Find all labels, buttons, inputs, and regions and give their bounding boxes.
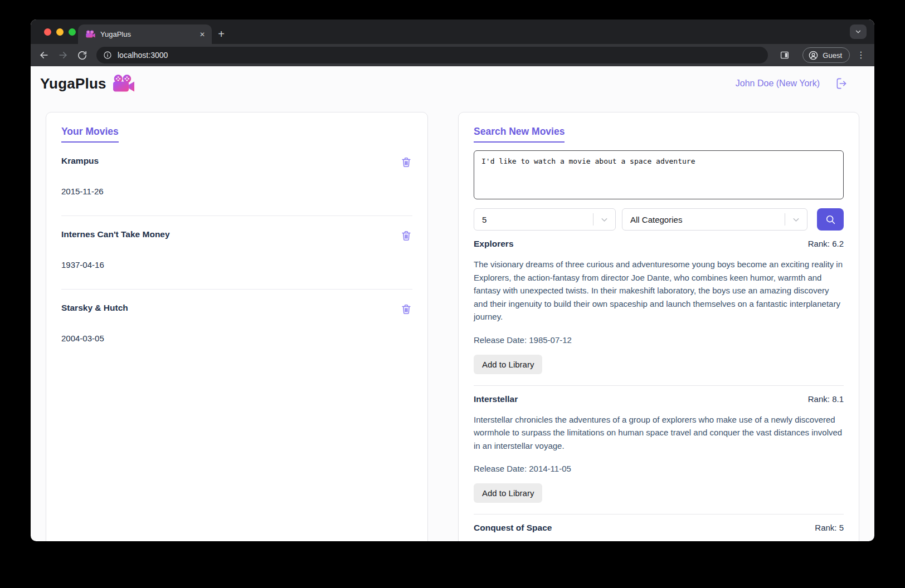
reload-button[interactable] [73, 46, 91, 64]
movie-title: Starsky & Hutch [61, 303, 128, 313]
back-arrow-icon [38, 50, 50, 61]
search-result-row: Conquest of Space Rank: 5 [474, 514, 844, 541]
app-header: YugaPlus John Doe (New York) [31, 66, 874, 101]
result-release-date: Release Date: 1985-07-12 [474, 335, 844, 345]
search-icon [825, 214, 836, 226]
tab-strip: YugaPlus ✕ + [31, 19, 874, 44]
result-description: The visionary dreams of three curious an… [474, 258, 844, 324]
library-movie-row: Starsky & Hutch 2004-03-05 [61, 290, 412, 362]
browser-window: YugaPlus ✕ + localhost:3000 Guest ⋮ [31, 19, 874, 541]
search-panel: Search New Movies I'd like to watch a mo… [458, 112, 859, 541]
url-bar[interactable]: localhost:3000 [96, 47, 768, 63]
category-select[interactable]: All Categories [622, 208, 807, 231]
result-limit-select[interactable]: 5 [474, 208, 616, 231]
minimize-window-button[interactable] [56, 28, 64, 36]
side-panel-icon [780, 50, 790, 60]
result-limit-value: 5 [482, 215, 593, 224]
search-result-row: Interstellar Rank: 8.1 Interstellar chro… [474, 386, 844, 515]
tab-search-button[interactable] [850, 24, 867, 39]
profile-label: Guest [823, 51, 842, 60]
add-to-library-button[interactable]: Add to Library [474, 355, 542, 374]
result-title: Explorers [474, 239, 514, 249]
user-name-label: John Doe (New York) [736, 79, 820, 89]
browser-menu-button[interactable]: ⋮ [855, 51, 867, 60]
library-movie-row: Internes Can't Take Money 1937-04-16 [61, 216, 412, 290]
your-movies-panel: Your Movies Krampus 2015-11-26 Internes … [46, 112, 428, 541]
movie-release-date: 1937-04-16 [61, 260, 412, 270]
zoom-window-button[interactable] [69, 28, 76, 36]
result-rank: Rank: 6.2 [808, 239, 844, 248]
delete-movie-button[interactable] [400, 303, 412, 315]
tab-close-icon[interactable]: ✕ [197, 30, 207, 40]
movie-title: Internes Can't Take Money [61, 229, 170, 239]
logout-button[interactable] [834, 76, 849, 91]
movie-release-date: 2015-11-26 [61, 187, 412, 196]
back-button[interactable] [35, 46, 53, 64]
movie-release-date: 2004-03-05 [61, 334, 412, 343]
tab-yugaplus[interactable]: YugaPlus ✕ [78, 24, 212, 44]
trash-icon [400, 229, 412, 242]
result-rank: Rank: 5 [815, 523, 844, 532]
chevron-down-icon [854, 28, 862, 36]
select-divider [785, 213, 785, 226]
window-controls [44, 19, 76, 44]
main-content: Your Movies Krampus 2015-11-26 Internes … [31, 101, 874, 541]
search-heading: Search New Movies [474, 126, 565, 143]
tab-title: YugaPlus [100, 30, 192, 38]
forward-button[interactable] [54, 46, 72, 64]
your-movies-heading: Your Movies [61, 126, 119, 143]
search-button[interactable] [817, 208, 844, 231]
tab-favicon-camera-icon [86, 30, 95, 38]
reload-icon [77, 50, 87, 61]
close-window-button[interactable] [44, 28, 51, 36]
browser-toolbar: localhost:3000 Guest ⋮ [31, 44, 874, 66]
result-title: Conquest of Space [474, 523, 552, 533]
movie-camera-logo-icon [113, 75, 135, 93]
side-panel-button[interactable] [776, 46, 794, 64]
movie-title: Krampus [61, 156, 99, 166]
guest-avatar-icon [808, 50, 819, 61]
search-result-row: Explorers Rank: 6.2 The visionary dreams… [474, 231, 844, 386]
result-rank: Rank: 8.1 [808, 394, 844, 404]
forward-arrow-icon [57, 50, 69, 61]
trash-icon [400, 156, 412, 168]
search-query-input[interactable]: I'd like to watch a movie about a space … [474, 150, 844, 199]
result-description: Interstellar chronicles the adventures o… [474, 413, 844, 453]
logout-icon [834, 76, 849, 91]
result-title: Interstellar [474, 394, 518, 404]
url-text: localhost:3000 [118, 51, 168, 60]
profile-button[interactable]: Guest [802, 47, 850, 63]
category-value: All Categories [630, 215, 785, 224]
library-movie-row: Krampus 2015-11-26 [61, 143, 412, 216]
select-divider [593, 213, 593, 226]
new-tab-button[interactable]: + [212, 24, 231, 44]
result-release-date: Release Date: 2014-11-05 [474, 464, 844, 473]
search-controls: 5 All Categories [474, 208, 844, 231]
app-title: YugaPlus [40, 75, 106, 92]
delete-movie-button[interactable] [400, 229, 412, 242]
chevron-down-icon [600, 215, 609, 224]
site-info-icon[interactable] [103, 51, 112, 60]
chevron-down-icon [791, 215, 801, 224]
delete-movie-button[interactable] [400, 156, 412, 168]
trash-icon [400, 303, 412, 315]
add-to-library-button[interactable]: Add to Library [474, 483, 542, 503]
